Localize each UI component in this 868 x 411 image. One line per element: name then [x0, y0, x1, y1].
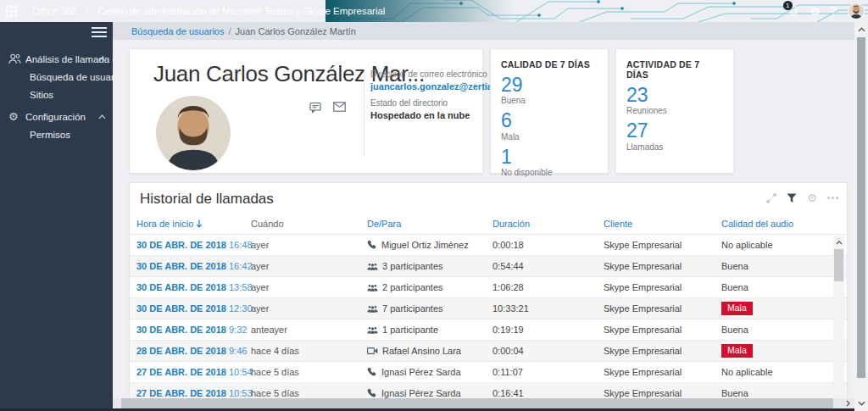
phone-icon: [367, 388, 377, 398]
call-start-time[interactable]: 30 DE ABR. DE 20189:32: [136, 325, 251, 335]
call-row[interactable]: 30 DE ABR. DE 201816:48 ayer Miguel Orti…: [130, 235, 847, 256]
call-start-time[interactable]: 27 DE ABR. DE 201810:54: [136, 367, 251, 377]
quality-badge: Mala: [721, 302, 753, 315]
stat-value: 6: [501, 110, 598, 131]
call-when: ayer: [251, 261, 367, 271]
call-when: ayer: [251, 303, 367, 314]
sidebar-item-user-search[interactable]: Búsqueda de usuarios: [0, 68, 113, 86]
call-start-time[interactable]: 27 DE ABR. DE 201810:53: [136, 388, 251, 398]
sidebar-item-label: Permisos: [30, 130, 70, 140]
call-duration: 0:19:19: [492, 325, 604, 335]
gear-icon: ⚙: [8, 111, 21, 122]
call-start-time[interactable]: 28 DE ABR. DE 20189:46: [136, 346, 251, 356]
stat-value: 27: [626, 120, 723, 142]
phone-icon: [367, 367, 377, 377]
horizontal-scrollbar[interactable]: [113, 398, 854, 408]
call-duration: 1:06:28: [492, 282, 604, 292]
sidebar-item-call-analytics[interactable]: Análisis de llamada (vi...: [0, 50, 113, 68]
call-start-time[interactable]: 30 DE ABR. DE 201816:48: [136, 240, 251, 250]
left-sidebar: Análisis de llamada (vi... Búsqueda de u…: [0, 22, 113, 411]
scroll-down-icon[interactable]: [854, 398, 868, 408]
call-start-time[interactable]: 30 DE ABR. DE 201813:58: [136, 282, 251, 292]
call-row[interactable]: 30 DE ABR. DE 201812:30 ayer 7 participa…: [130, 298, 847, 319]
horizontal-scrollbar-thumb[interactable]: [121, 398, 833, 408]
call-client: Skype Empresarial: [604, 388, 721, 398]
settings-gear-icon[interactable]: ⚙: [810, 6, 821, 17]
mail-icon[interactable]: [333, 102, 346, 114]
people-icon: [8, 53, 21, 64]
user-email-link[interactable]: juancarlos.gonzalez@zertia.es: [370, 81, 505, 92]
chat-icon[interactable]: [309, 102, 321, 114]
column-client[interactable]: Cliente: [604, 219, 721, 229]
table-scrollbar[interactable]: [833, 236, 844, 401]
gear-icon[interactable]: ⚙: [807, 192, 817, 203]
topbar-separator: [86, 6, 87, 17]
column-audio-quality[interactable]: Calidad del audio: [721, 219, 847, 229]
call-party: 1 participante: [367, 325, 492, 335]
scroll-up-icon[interactable]: [833, 237, 844, 247]
call-when: hace 4 días: [251, 346, 367, 356]
notifications-bell-icon[interactable]: 1: [788, 5, 799, 17]
sidebar-item-sites[interactable]: Sitios: [0, 86, 113, 103]
call-when: ayer: [251, 282, 367, 292]
call-row[interactable]: 30 DE ABR. DE 201813:58 ayer 2 participa…: [130, 277, 847, 298]
topbar-actions: 1 ⚙ ?: [788, 0, 865, 22]
office365-brand-link[interactable]: Office 365: [32, 6, 76, 16]
call-when: anteayer: [251, 325, 367, 335]
call-party: 7 participantes: [367, 303, 492, 314]
sidebar-item-configuration[interactable]: ⚙ Configuración: [0, 108, 113, 125]
call-start-time[interactable]: 30 DE ABR. DE 201812:30: [136, 303, 251, 314]
sidebar-item-label: Sitios: [30, 90, 53, 100]
call-party: Ignasi Pérez Sarda: [367, 388, 492, 398]
expand-icon[interactable]: [766, 193, 776, 203]
column-when[interactable]: Cuándo: [251, 219, 367, 229]
call-client: Skype Empresarial: [604, 346, 721, 356]
call-duration: 0:11:07: [492, 367, 604, 377]
column-from-to[interactable]: De/Para: [367, 219, 492, 229]
directory-status-value: Hospedado en la nube: [370, 110, 505, 120]
call-row[interactable]: 28 DE ABR. DE 20189:46 hace 4 días Rafae…: [130, 341, 847, 362]
column-duration[interactable]: Duración: [492, 219, 604, 229]
scroll-up-icon[interactable]: [854, 25, 868, 35]
call-row[interactable]: 30 DE ABR. DE 201816:42 ayer 3 participa…: [130, 256, 847, 277]
quality-card-title: CALIDAD DE 7 DÍAS: [501, 59, 598, 69]
call-history-panel: Historial de llamadas ⚙: [129, 182, 848, 404]
call-start-time[interactable]: 30 DE ABR. DE 201816:42: [136, 261, 251, 271]
app-launcher-icon[interactable]: [0, 0, 22, 22]
breadcrumb-user-search-link[interactable]: Búsqueda de usuarios: [131, 26, 224, 36]
stat-meetings: 23 Reuniones: [626, 85, 723, 115]
menu-toggle-icon[interactable]: [92, 26, 107, 38]
account-avatar[interactable]: [848, 3, 865, 19]
stat-value: 23: [626, 85, 723, 106]
filter-icon[interactable]: [787, 193, 797, 203]
people-icon: [367, 283, 378, 292]
call-history-header: Historial de llamadas ⚙: [130, 183, 847, 213]
stat-label: Reuniones: [626, 106, 723, 115]
page-scrollbar[interactable]: [854, 22, 868, 411]
more-options-icon[interactable]: [827, 197, 838, 199]
call-party: Miguel Ortiz Jiménez: [367, 240, 492, 250]
breadcrumb-current-page: Juan Carlos González Martín: [236, 26, 356, 36]
help-icon[interactable]: ?: [831, 5, 837, 17]
call-row[interactable]: 27 DE ABR. DE 201810:54 hace 5 días Igna…: [130, 362, 847, 383]
people-icon: [367, 262, 378, 271]
stat-unavailable: 1 No disponible: [501, 147, 598, 177]
call-client: Skype Empresarial: [604, 303, 721, 314]
call-quality: Buena: [721, 261, 847, 271]
call-when: hace 5 días: [251, 388, 367, 398]
stat-good: 29 Buena: [501, 75, 598, 105]
sidebar-nav: Análisis de llamada (vi... Búsqueda de u…: [0, 46, 113, 143]
table-header-row: Hora de inicio Cuándo De/Para Duración C…: [130, 213, 847, 235]
page-scrollbar-thumb[interactable]: [857, 37, 865, 378]
call-row[interactable]: 30 DE ABR. DE 20189:32 anteayer 1 partic…: [130, 319, 847, 341]
call-party: Rafael Ansino Lara: [367, 346, 492, 356]
sidebar-item-permissions[interactable]: Permisos: [0, 125, 113, 143]
table-scrollbar-thumb[interactable]: [834, 249, 843, 281]
column-start-time[interactable]: Hora de inicio: [136, 219, 251, 229]
call-party: Ignasi Pérez Sarda: [367, 367, 492, 377]
call-when: hace 5 días: [251, 367, 367, 377]
contact-actions: [309, 102, 346, 114]
main-content: Juan Carlos González Mar...: [113, 40, 854, 411]
scroll-right-icon[interactable]: [843, 398, 854, 408]
seven-day-activity-card: ACTIVIDAD DE 7 DÍAS 23 Reuniones 27 Llam…: [615, 48, 734, 174]
